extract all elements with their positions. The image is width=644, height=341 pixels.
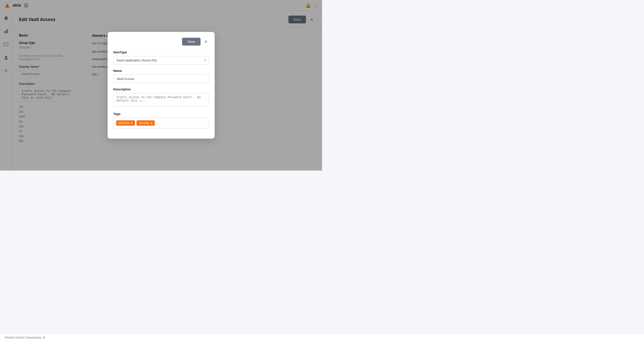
itemtype-select-wrapper: SaaS Application (Azure AD) ▾ [114, 56, 209, 65]
description-field-group: Description [114, 88, 209, 108]
tag-security-remove[interactable]: × [151, 122, 152, 125]
tags-container[interactable]: software × security × [114, 118, 209, 128]
tag-software: software × [116, 120, 135, 126]
description-label: Description [114, 88, 209, 91]
itemtype-field-group: ItemType SaaS Application (Azure AD) ▾ [114, 51, 209, 65]
save-button-inner[interactable]: Save [182, 38, 200, 46]
tag-security-label: security [139, 121, 149, 125]
inner-dialog: Save × ItemType SaaS Application (Azure … [108, 32, 215, 139]
tag-security: security × [136, 120, 155, 126]
tags-label: Tags [114, 112, 209, 116]
itemtype-label: ItemType [114, 51, 209, 54]
name-label: Name [114, 69, 209, 73]
inner-dialog-header: Save × [114, 38, 209, 46]
close-button-inner[interactable]: × [203, 39, 209, 45]
tags-field-group: Tags software × security × [114, 112, 209, 128]
tag-software-remove[interactable]: × [131, 122, 133, 125]
tag-software-label: software [118, 121, 130, 125]
itemtype-select[interactable]: SaaS Application (Azure AD) [114, 56, 209, 65]
description-textarea[interactable] [114, 93, 209, 107]
name-input[interactable] [114, 75, 209, 83]
name-field-group: Name [114, 69, 209, 83]
